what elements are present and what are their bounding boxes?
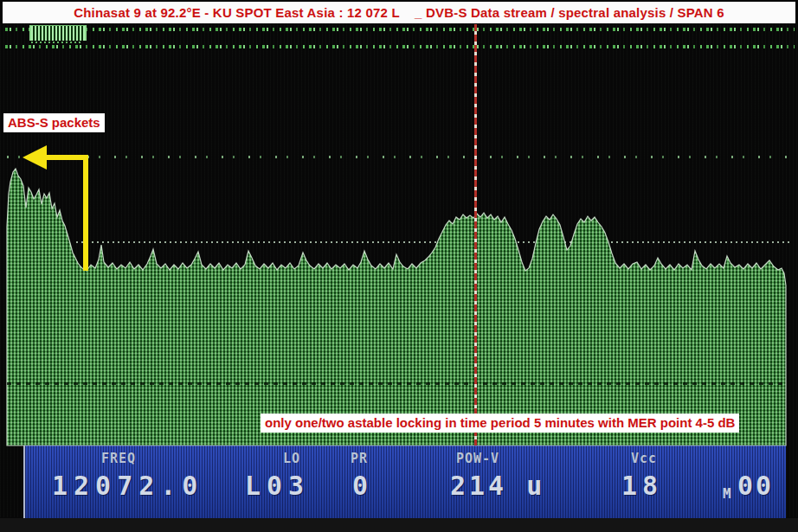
vcc-value: 18: [621, 471, 663, 501]
memory-value: 00: [737, 471, 774, 501]
pr-label: PR: [351, 451, 368, 466]
pow-v-label: POW-V: [456, 451, 499, 466]
pow-v-value: 214 u: [450, 471, 545, 501]
abs-s-packets-label: ABS-S packets: [3, 113, 105, 132]
spectrum-analyzer-screen: Chinasat 9 at 92.2°E - KU SPOT East Asia…: [0, 0, 798, 532]
vcc-label: Vcc: [631, 451, 657, 466]
yellow-arrow-horizontal: [43, 155, 88, 160]
lo-label: LO: [283, 451, 300, 466]
locking-note-label: only one/two astable locking in time per…: [261, 413, 739, 433]
yellow-arrow-head-icon: [23, 145, 47, 170]
lo-value: L03: [245, 471, 310, 501]
memory-prefix: M: [723, 485, 731, 502]
yellow-arrow-vertical: [83, 155, 88, 271]
reference-line-low: [7, 382, 786, 385]
center-frequency-marker-icon: [474, 24, 477, 446]
pr-value: 0: [352, 471, 368, 501]
freq-value: 12072.0: [52, 471, 203, 501]
status-bar: FREQ LO PR POW-V Vcc 12072.0 L03 0 214 u…: [23, 445, 786, 518]
spectrum-trace: [7, 169, 786, 445]
freq-label: FREQ: [101, 451, 136, 466]
